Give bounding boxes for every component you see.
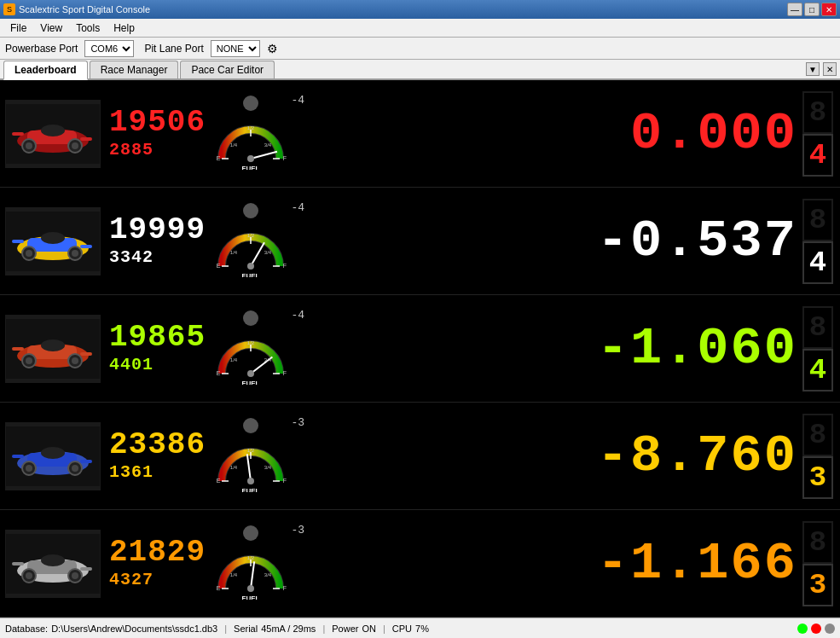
svg-rect-47 xyxy=(12,347,24,351)
svg-rect-25 xyxy=(80,245,92,248)
fuel-section: E F 1/4 1/2 3/4 FUEL -4 xyxy=(212,310,289,387)
status-dot xyxy=(243,525,258,541)
status-dot xyxy=(243,310,258,326)
title-bar: S Scalextric Sport Digital Console — □ ✕ xyxy=(0,0,840,19)
svg-text:F: F xyxy=(283,155,287,161)
dim-digit-1: 8 xyxy=(802,414,833,456)
svg-point-93 xyxy=(72,572,78,579)
large-time: 0.000 xyxy=(630,107,797,160)
svg-text:1/4: 1/4 xyxy=(230,465,238,470)
large-time: -0.537 xyxy=(597,215,797,268)
svg-rect-88 xyxy=(80,567,92,571)
status-dot xyxy=(243,203,258,218)
title-bar-left: S Scalextric Sport Digital Console xyxy=(3,3,150,15)
svg-point-87 xyxy=(41,554,65,566)
maximize-button[interactable]: □ xyxy=(804,3,820,16)
sub-time: 3342 xyxy=(109,247,206,267)
svg-rect-5 xyxy=(12,132,24,136)
svg-text:FUEL: FUEL xyxy=(242,165,260,170)
svg-text:FUEL: FUEL xyxy=(242,594,260,600)
powerbase-select[interactable]: COM6 xyxy=(84,40,134,57)
svg-text:FUEL: FUEL xyxy=(242,487,260,492)
left-section: 198654401 xyxy=(109,322,206,374)
fuel-section: E F 1/4 1/2 3/4 FUEL -3 xyxy=(212,418,289,495)
large-time: -8.760 xyxy=(597,430,797,483)
lap-count: -3 xyxy=(291,416,304,429)
sub-time: 1361 xyxy=(109,462,206,482)
car-image xyxy=(5,100,101,168)
lit-digit: 4 xyxy=(802,241,833,284)
left-section: 195062885 xyxy=(109,107,206,160)
svg-text:E: E xyxy=(217,370,221,376)
lit-digit: 3 xyxy=(802,456,833,499)
right-section: -1.06084 xyxy=(296,306,840,392)
powerbase-label: Powerbase Port xyxy=(5,43,78,55)
car-image xyxy=(5,530,101,598)
svg-text:3/4: 3/4 xyxy=(264,572,272,577)
svg-text:FUEL: FUEL xyxy=(242,272,260,277)
lap-count: -3 xyxy=(291,524,304,536)
svg-rect-4 xyxy=(80,137,92,141)
status-dot xyxy=(243,418,258,433)
svg-text:3/4: 3/4 xyxy=(264,250,272,255)
tab-actions: ▼ ✕ xyxy=(806,62,837,76)
car-image xyxy=(5,315,101,383)
svg-point-45 xyxy=(41,339,65,351)
car-row: 218294327 E F 1/4 1/2 3/4 FUEL -3-1.1668… xyxy=(0,510,840,618)
menu-help[interactable]: Help xyxy=(107,20,142,36)
svg-text:3/4: 3/4 xyxy=(264,465,272,470)
svg-text:F: F xyxy=(283,478,287,484)
svg-text:1/2: 1/2 xyxy=(247,555,255,560)
main-time: 21829 xyxy=(109,537,206,568)
svg-text:E: E xyxy=(217,585,221,591)
tab-dropdown-button[interactable]: ▼ xyxy=(806,62,820,76)
lit-digit: 3 xyxy=(802,564,833,606)
fuel-gauge: E F 1/4 1/2 3/4 FUEL xyxy=(212,222,289,280)
pitlane-select[interactable]: NONE xyxy=(211,40,260,57)
svg-point-35 xyxy=(247,263,254,270)
left-section: 233861361 xyxy=(109,430,206,482)
fuel-section: E F 1/4 1/2 3/4 FUEL -4 xyxy=(212,203,289,280)
tab-leaderboard[interactable]: Leaderboard xyxy=(3,61,88,80)
tab-pace-car-editor[interactable]: Pace Car Editor xyxy=(180,61,275,78)
fuel-gauge: E F 1/4 1/2 3/4 FUEL xyxy=(212,437,289,495)
svg-point-28 xyxy=(26,250,32,257)
svg-rect-67 xyxy=(80,460,92,463)
toolbar: Powerbase Port COM6 Pit Lane Port NONE ⚙ xyxy=(0,38,840,60)
car-row: 199993342 E F 1/4 1/2 3/4 FUEL -4-0.5378… xyxy=(0,188,840,295)
svg-text:1/4: 1/4 xyxy=(230,357,238,362)
svg-point-56 xyxy=(247,370,254,377)
menu-file[interactable]: File xyxy=(3,20,33,36)
serial-value: 45mA / 29ms xyxy=(261,624,316,634)
svg-text:3/4: 3/4 xyxy=(264,357,272,362)
db-path: D:\Users\Andrew\Documents\ssdc1.db3 xyxy=(51,624,217,634)
svg-point-72 xyxy=(72,465,78,472)
svg-point-77 xyxy=(247,478,254,484)
lit-digit: 4 xyxy=(802,134,833,177)
svg-text:1/4: 1/4 xyxy=(230,250,238,255)
svg-text:F: F xyxy=(283,263,287,269)
lap-count: -4 xyxy=(291,94,304,107)
tab-bar: Leaderboard Race Manager Pace Car Editor… xyxy=(0,60,840,80)
cpu-label: CPU xyxy=(392,624,412,634)
right-section: -0.53784 xyxy=(296,199,840,284)
right-small-digits: 84 xyxy=(802,306,833,392)
tab-race-manager[interactable]: Race Manager xyxy=(90,61,179,78)
menu-view[interactable]: View xyxy=(33,20,69,36)
left-section: 199993342 xyxy=(109,215,206,267)
svg-line-13 xyxy=(251,151,277,158)
svg-point-49 xyxy=(26,357,32,364)
svg-text:1/4: 1/4 xyxy=(230,142,238,148)
fuel-gauge: E F 1/4 1/2 3/4 FUEL xyxy=(212,114,289,172)
right-section: 0.00084 xyxy=(296,91,840,177)
minimize-button[interactable]: — xyxy=(787,3,802,16)
right-small-digits: 84 xyxy=(802,199,833,284)
svg-point-98 xyxy=(247,585,254,592)
main-time: 19865 xyxy=(109,322,206,353)
close-button[interactable]: ✕ xyxy=(821,3,837,16)
svg-rect-89 xyxy=(12,562,24,566)
menu-tools[interactable]: Tools xyxy=(69,20,107,36)
svg-point-70 xyxy=(26,465,32,472)
settings-icon[interactable]: ⚙ xyxy=(267,42,278,55)
tab-close-button[interactable]: ✕ xyxy=(823,62,837,76)
